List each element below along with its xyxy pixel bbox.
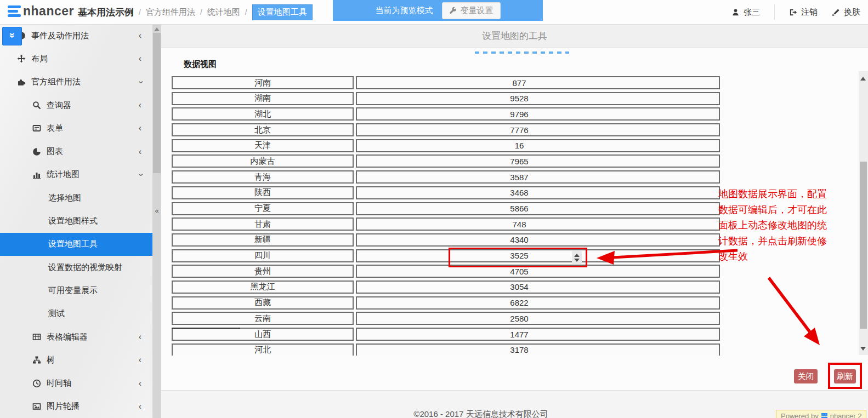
sidebar-item-available-variables[interactable]: 可用变量展示 bbox=[0, 279, 152, 302]
sidebar-item-official-components[interactable]: 官方组件用法 bbox=[0, 71, 152, 94]
brand-logo[interactable]: nhancer bbox=[8, 4, 74, 19]
puzzle-icon bbox=[16, 77, 26, 87]
spinner-up-icon[interactable] bbox=[574, 254, 580, 257]
province-name-cell: 天津 bbox=[172, 139, 354, 152]
pie-chart-icon bbox=[32, 147, 41, 156]
preview-mode-banner: 当前为预览模式 变量设置 bbox=[333, 0, 543, 21]
image-icon bbox=[32, 402, 41, 411]
modal-header: 设置地图的工具 bbox=[161, 24, 868, 48]
data-view-label: 数据视图 bbox=[184, 59, 217, 70]
scroll-up-arrow-icon[interactable] bbox=[860, 77, 866, 81]
number-spinner[interactable] bbox=[572, 251, 582, 264]
sidebar-item-label: 图表 bbox=[47, 146, 63, 157]
spinner-down-icon[interactable] bbox=[574, 259, 580, 262]
wrench-icon bbox=[449, 7, 457, 14]
sidebar-item-image-carousel[interactable]: 图片轮播 bbox=[0, 395, 152, 418]
sidebar-item-label: 事件及动作用法 bbox=[31, 31, 89, 41]
chevron-left-icon bbox=[139, 123, 141, 134]
sidebar-item-label: 统计地图 bbox=[47, 169, 80, 180]
sidebar-item-charts[interactable]: 图表 bbox=[0, 140, 152, 163]
user-icon bbox=[731, 8, 740, 16]
province-value-cell[interactable]: 9796 bbox=[356, 107, 720, 121]
sidebar-item-select-map[interactable]: 选择地图 bbox=[0, 186, 152, 209]
powered-by-badge[interactable]: Powered by nhancer 2 bbox=[776, 410, 866, 418]
sidebar-scrollbar[interactable]: « bbox=[152, 24, 161, 418]
scrollbar-thumb[interactable] bbox=[153, 33, 161, 173]
modal-title: 设置地图的工具 bbox=[482, 30, 547, 42]
copyright-text: ©2016 - 2017 天远信息技术有限公司 bbox=[161, 409, 801, 418]
sidebar-item-label: 表格编辑器 bbox=[47, 332, 88, 342]
breadcrumb-item[interactable]: 统计地图 bbox=[207, 7, 240, 18]
province-name-cell: 黑龙江 bbox=[172, 280, 354, 294]
province-value-cell[interactable]: 3178 bbox=[356, 343, 720, 356]
province-name-cell: 河南 bbox=[172, 76, 354, 89]
province-name-cell: 湖南 bbox=[172, 92, 354, 105]
scroll-down-arrow-icon[interactable] bbox=[860, 347, 866, 351]
chevron-left-icon bbox=[139, 354, 141, 365]
sidebar-item-query[interactable]: 查询器 bbox=[0, 94, 152, 117]
chevron-left-icon bbox=[139, 331, 141, 342]
province-name-cell: 河北 bbox=[172, 343, 354, 356]
sidebar-item-form[interactable]: 表单 bbox=[0, 117, 152, 140]
province-value-cell[interactable]: 3054 bbox=[356, 280, 720, 294]
sidebar-item-map-style[interactable]: 设置地图样式 bbox=[0, 209, 152, 232]
sidebar-item-label: 时间轴 bbox=[47, 378, 71, 388]
province-value-cell[interactable]: 4340 bbox=[356, 233, 720, 247]
breadcrumb-separator: / bbox=[200, 8, 202, 16]
province-value-cell[interactable]: 5866 bbox=[356, 202, 720, 215]
powered-by-text: Powered by bbox=[781, 412, 819, 418]
chevron-down-icon bbox=[134, 173, 145, 176]
sidebar-item-events-actions[interactable]: 事件及动作用法 bbox=[0, 24, 152, 47]
search-icon bbox=[32, 101, 41, 110]
scrollbar-thumb[interactable] bbox=[860, 162, 867, 329]
change-skin-label: 换肤 bbox=[844, 7, 860, 18]
province-value-cell[interactable]: 9528 bbox=[356, 92, 720, 105]
logout-button[interactable]: 注销 bbox=[789, 7, 818, 18]
province-value-cell[interactable]: 877 bbox=[356, 76, 720, 89]
navbar-divider bbox=[774, 4, 775, 20]
sidebar-item-test[interactable]: 测试 bbox=[0, 302, 152, 325]
sidebar-item-table-editor[interactable]: 表格编辑器 bbox=[0, 325, 152, 348]
sidebar-item-label: 查询器 bbox=[47, 100, 71, 111]
province-name-cell: 内蒙古 bbox=[172, 154, 354, 168]
highlight-frame-value-input bbox=[449, 248, 587, 267]
province-value-cell[interactable]: 2580 bbox=[356, 312, 720, 325]
breadcrumb-item[interactable]: 官方组件用法 bbox=[146, 7, 195, 18]
sidebar-item-visual-mapping[interactable]: 设置数据的视觉映射 bbox=[0, 256, 152, 279]
chevron-left-icon bbox=[139, 401, 141, 412]
sidebar-item-map-tools-active[interactable]: 设置地图工具 bbox=[0, 233, 152, 256]
province-name-cell: 贵州 bbox=[172, 265, 354, 278]
sidebar-item-label: 表单 bbox=[47, 123, 63, 134]
province-value-cell[interactable]: 7965 bbox=[356, 154, 720, 168]
angle-double-down-icon[interactable] bbox=[2, 27, 22, 45]
collapse-sidebar-icon[interactable]: « bbox=[152, 207, 161, 215]
table-row: 山西 1477 bbox=[172, 328, 720, 341]
table-row: 天津 16 bbox=[172, 139, 720, 152]
stray-artifact-line bbox=[172, 328, 240, 329]
province-value-cell[interactable]: 6822 bbox=[356, 296, 720, 310]
province-name-cell: 山西 bbox=[172, 328, 354, 341]
sidebar-item-tree[interactable]: 树 bbox=[0, 348, 152, 371]
province-value-cell[interactable]: 3587 bbox=[356, 170, 720, 184]
variable-settings-button[interactable]: 变量设置 bbox=[442, 2, 501, 19]
province-value-cell[interactable]: 3468 bbox=[356, 186, 720, 199]
sidebar-item-statistic-map[interactable]: 统计地图 bbox=[0, 163, 152, 186]
content-scrollbar[interactable] bbox=[859, 71, 868, 355]
scroll-up-arrow-icon[interactable] bbox=[154, 27, 160, 31]
user-menu[interactable]: 张三 bbox=[731, 7, 760, 18]
breadcrumb-root[interactable]: 基本用法示例 bbox=[78, 6, 134, 19]
sidebar-item-layout[interactable]: 布局 bbox=[0, 47, 152, 70]
province-value-cell[interactable]: 16 bbox=[356, 139, 720, 152]
sidebar-item-timeline[interactable]: 时间轴 bbox=[0, 371, 152, 394]
change-skin-button[interactable]: 换肤 bbox=[832, 7, 860, 18]
breadcrumb-current[interactable]: 设置地图工具 bbox=[252, 4, 313, 20]
province-value-cell[interactable]: 1477 bbox=[356, 328, 720, 341]
preview-mode-text: 当前为预览模式 bbox=[376, 5, 433, 16]
province-value-cell[interactable]: 748 bbox=[356, 217, 720, 231]
user-name: 张三 bbox=[744, 7, 760, 18]
province-name-cell: 甘肃 bbox=[172, 217, 354, 231]
province-value-cell[interactable]: 7776 bbox=[356, 123, 720, 136]
table-row: 北京 7776 bbox=[172, 123, 720, 136]
close-button[interactable]: 关闭 bbox=[794, 369, 818, 383]
table-row: 宁夏 5866 bbox=[172, 202, 720, 215]
